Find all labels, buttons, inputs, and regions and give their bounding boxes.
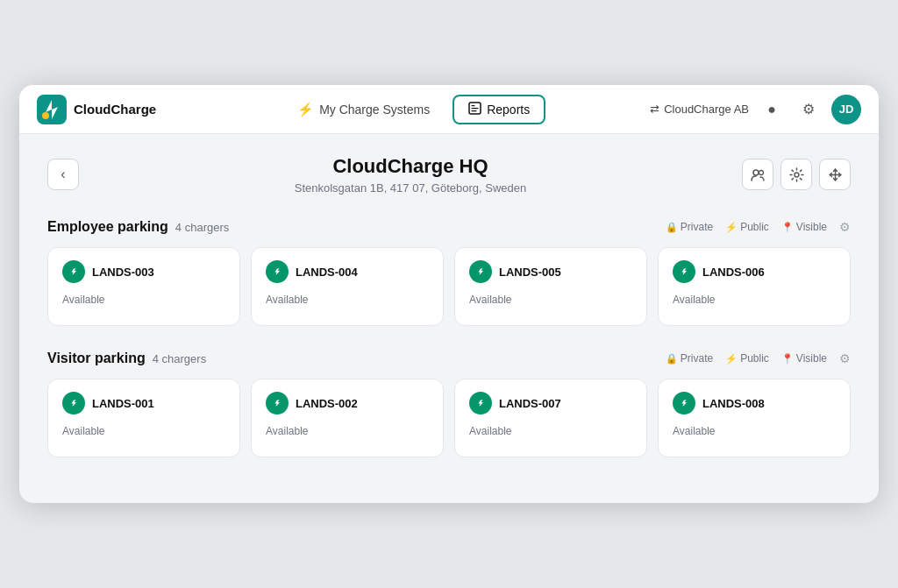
meta-visible: 📍 Visible: [781, 352, 827, 365]
move-icon: [828, 167, 843, 182]
charger-card[interactable]: LANDS-006Available: [658, 247, 851, 326]
svg-rect-4: [472, 105, 475, 106]
charger-card[interactable]: LANDS-007Available: [454, 379, 647, 457]
charger-status-icon: [469, 392, 492, 414]
charger-plug-icon: [474, 397, 487, 409]
svg-point-7: [753, 170, 759, 175]
charger-availability: Available: [469, 425, 632, 437]
help-button[interactable]: ●: [758, 96, 786, 124]
charger-plug-icon: [474, 266, 487, 278]
logo-text: CloudCharge: [74, 102, 156, 117]
sections-container: Employee parking4 chargers🔒 Private⚡ Pub…: [47, 219, 851, 457]
svg-point-8: [759, 170, 763, 174]
charger-plug-icon: [68, 266, 80, 278]
charger-availability: Available: [62, 294, 225, 306]
charger-count: 4 chargers: [153, 352, 206, 365]
charger-status-icon: [469, 260, 492, 283]
charger-card[interactable]: LANDS-002Available: [251, 379, 444, 457]
charger-availability: Available: [673, 294, 836, 306]
charger-plug-icon: [271, 266, 283, 278]
meta-visible: 📍 Visible: [781, 221, 827, 233]
meta-private: 🔒 Private: [666, 221, 713, 233]
charger-plug-icon: [68, 397, 80, 409]
main-content: ‹ CloudCharge HQ Stenkolsgatan 1B, 417 0…: [19, 134, 879, 503]
charger-id: LANDS-005: [499, 266, 561, 279]
visible-icon: 📍: [781, 222, 794, 233]
charger-plug-icon: [678, 397, 690, 409]
user-avatar[interactable]: JD: [831, 95, 861, 124]
charge-icon: ⚡: [297, 102, 314, 117]
charger-card[interactable]: LANDS-004Available: [251, 247, 444, 326]
visible-icon: 📍: [781, 353, 794, 365]
app-window: CloudCharge ⚡ My Charge Systems Reports: [19, 85, 879, 503]
section-header-visitor-parking: Visitor parking4 chargers🔒 Private⚡ Publ…: [47, 351, 851, 366]
reports-link[interactable]: Reports: [453, 95, 545, 124]
section-gear-icon[interactable]: ⚙: [839, 220, 851, 234]
section-meta: 🔒 Private⚡ Public📍 Visible⚙: [666, 351, 851, 365]
public-icon: ⚡: [725, 353, 738, 365]
public-icon: ⚡: [725, 222, 738, 233]
charger-status-icon: [62, 392, 85, 414]
charger-availability: Available: [469, 294, 632, 306]
charger-count: 4 chargers: [175, 221, 229, 234]
charger-id: LANDS-002: [296, 397, 358, 410]
logo-icon: [37, 95, 67, 124]
section-title-area: Employee parking4 chargers: [47, 219, 229, 235]
location-actions: [742, 159, 851, 190]
meta-public: ⚡ Public: [725, 221, 769, 233]
move-button[interactable]: [819, 159, 851, 190]
chevron-left-icon: ‹: [61, 166, 65, 182]
nav-links: ⚡ My Charge Systems Reports: [177, 95, 650, 124]
charger-id: LANDS-001: [92, 397, 154, 410]
back-button[interactable]: ‹: [47, 159, 79, 190]
charger-card[interactable]: LANDS-001Available: [47, 379, 240, 457]
settings-button[interactable]: ⚙: [795, 96, 823, 124]
section-employee-parking: Employee parking4 chargers🔒 Private⚡ Pub…: [47, 219, 851, 326]
charger-card[interactable]: LANDS-003Available: [47, 247, 240, 326]
charger-status-icon: [266, 260, 289, 283]
section-gear-icon[interactable]: ⚙: [839, 351, 851, 365]
location-address: Stenkolsgatan 1B, 417 07, Göteborg, Swed…: [79, 181, 742, 195]
charger-id: LANDS-004: [296, 266, 358, 279]
my-charge-systems-link[interactable]: ⚡ My Charge Systems: [282, 95, 445, 124]
charger-card-top: LANDS-002: [266, 392, 429, 414]
svg-point-2: [42, 112, 49, 119]
charger-status-icon: [62, 260, 85, 283]
charger-id: LANDS-003: [92, 266, 154, 279]
charger-card-top: LANDS-001: [62, 392, 225, 414]
charger-availability: Available: [266, 294, 429, 306]
org-switch[interactable]: ⇄ CloudCharge AB: [650, 103, 749, 116]
manage-users-button[interactable]: [742, 159, 773, 190]
svg-point-9: [795, 173, 799, 177]
charger-plug-icon: [678, 266, 690, 278]
charger-card-top: LANDS-003: [62, 260, 225, 283]
charger-id: LANDS-008: [702, 397, 765, 410]
charger-card[interactable]: LANDS-005Available: [454, 247, 647, 326]
gear-icon: ⚙: [802, 101, 815, 117]
section-title: Employee parking: [47, 219, 168, 235]
logo-area: CloudCharge: [37, 95, 156, 124]
section-meta: 🔒 Private⚡ Public📍 Visible⚙: [666, 220, 851, 234]
private-icon: 🔒: [666, 222, 678, 233]
charger-status-icon: [673, 392, 695, 414]
charger-availability: Available: [266, 425, 429, 437]
help-icon: ●: [767, 102, 776, 117]
charger-availability: Available: [673, 425, 836, 437]
charger-card-top: LANDS-008: [673, 392, 836, 414]
location-name: CloudCharge HQ: [79, 155, 742, 178]
charger-id: LANDS-007: [499, 397, 561, 410]
charger-card[interactable]: LANDS-008Available: [658, 379, 851, 457]
charger-grid: LANDS-003Available LANDS-004Available LA…: [47, 247, 851, 326]
reports-icon: [468, 102, 481, 117]
charger-card-top: LANDS-006: [673, 260, 836, 283]
charger-id: LANDS-006: [702, 266, 765, 279]
svg-rect-6: [472, 110, 477, 111]
meta-private: 🔒 Private: [666, 352, 713, 365]
location-settings-button[interactable]: [780, 159, 812, 190]
location-info: CloudCharge HQ Stenkolsgatan 1B, 417 07,…: [79, 155, 742, 195]
charger-card-top: LANDS-005: [469, 260, 632, 283]
charger-status-icon: [266, 392, 289, 414]
charger-availability: Available: [62, 425, 225, 437]
sync-icon: ⇄: [650, 103, 659, 116]
nav-right: ⇄ CloudCharge AB ● ⚙ JD: [650, 95, 861, 124]
